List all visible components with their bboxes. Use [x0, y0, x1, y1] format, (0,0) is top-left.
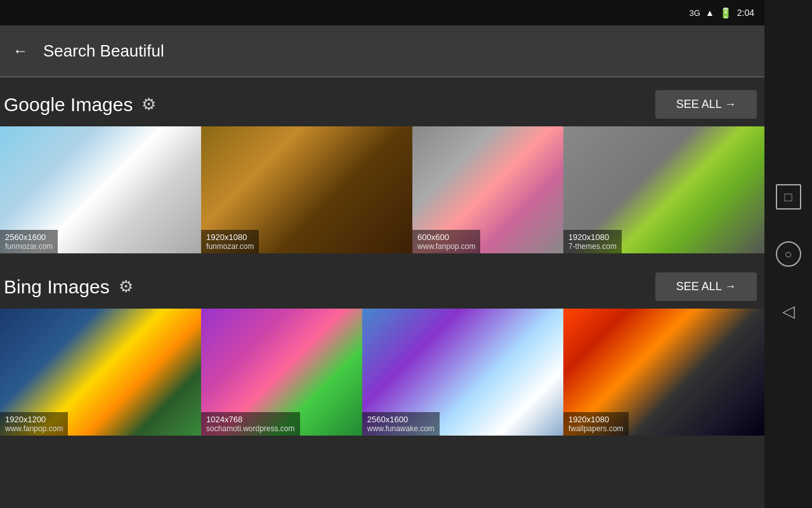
google-images-header: Google Images ⚙ SEE ALL → — [0, 84, 764, 126]
bing-image-sunset[interactable]: 1920x1080 fwallpapers.com — [563, 309, 764, 436]
back-nav-icon: ◁ — [782, 302, 795, 321]
flowers-size: 1024x768 — [206, 415, 294, 424]
doves-meta: 2560x1600 funmozar.com — [0, 230, 58, 253]
ocean-source: www.funawake.com — [367, 424, 435, 433]
main-content: Google Images ⚙ SEE ALL → 2560x1600 funm… — [0, 77, 764, 508]
bing-image-flowers[interactable]: 1024x768 sochamoti.wordpress.com — [201, 309, 362, 436]
doves-source: funmozar.com — [5, 242, 53, 251]
horse-source: funmozar.com — [206, 242, 254, 251]
sunset-size: 1920x1080 — [568, 415, 624, 424]
google-see-all-label: SEE ALL → — [676, 98, 736, 111]
bing-images-grid: 1920x1200 www.fanpop.com 1024x768 socham… — [0, 309, 764, 436]
status-bar: 3G ▲ 🔋 2:04 — [0, 0, 764, 25]
page-title: Search Beautiful — [43, 41, 164, 61]
lake-size: 1920x1200 — [5, 415, 63, 424]
ocean-meta: 2560x1600 www.funawake.com — [362, 412, 440, 436]
flowers-source: sochamoti.wordpress.com — [206, 424, 294, 433]
circle-icon: ○ — [784, 247, 792, 262]
rose-size: 600x600 — [417, 232, 475, 242]
google-images-title: Google Images — [4, 94, 133, 116]
flowers-meta: 1024x768 sochamoti.wordpress.com — [201, 412, 299, 436]
sunset-meta: 1920x1080 fwallpapers.com — [563, 412, 629, 436]
bing-images-title: Bing Images — [4, 276, 110, 298]
back-arrow-icon: ← — [13, 42, 28, 60]
signal-icon: 3G — [690, 8, 700, 18]
flower-meta: 1920x1080 7-themes.com — [563, 230, 622, 253]
rose-meta: 600x600 www.fanpop.com — [412, 230, 480, 253]
sunset-source: fwallpapers.com — [568, 424, 624, 433]
flower-size: 1920x1080 — [568, 232, 617, 242]
time-display: 2:04 — [737, 8, 754, 18]
bing-images-settings-icon[interactable]: ⚙ — [119, 277, 133, 297]
home-button[interactable]: ○ — [776, 241, 801, 267]
bing-images-title-row: Bing Images ⚙ — [4, 276, 133, 298]
google-image-doves[interactable]: 2560x1600 funmozar.com — [0, 126, 201, 253]
navigation-sidebar: □ ○ ◁ — [764, 0, 812, 508]
battery-icon: 🔋 — [719, 7, 732, 19]
bing-images-section: Bing Images ⚙ SEE ALL → 1920x1200 www.fa… — [0, 266, 764, 436]
google-images-settings-icon[interactable]: ⚙ — [141, 95, 156, 114]
lake-source: www.fanpop.com — [5, 424, 63, 433]
signal-bars: ▲ — [705, 8, 714, 18]
app-bar: ← Search Beautiful — [0, 25, 764, 76]
google-images-grid: 2560x1600 funmozar.com 1920x1080 funmoza… — [0, 126, 764, 253]
flower-source: 7-themes.com — [568, 242, 617, 251]
bing-images-see-all-button[interactable]: SEE ALL → — [655, 272, 757, 301]
back-nav-button[interactable]: ◁ — [776, 298, 801, 324]
bing-image-ocean[interactable]: 2560x1600 www.funawake.com — [362, 309, 563, 436]
bing-see-all-label: SEE ALL → — [676, 280, 736, 293]
recents-button[interactable]: □ — [776, 184, 801, 210]
horse-meta: 1920x1080 funmozar.com — [201, 230, 259, 253]
square-icon: □ — [784, 190, 792, 204]
bing-image-lake[interactable]: 1920x1200 www.fanpop.com — [0, 309, 201, 436]
bing-images-header: Bing Images ⚙ SEE ALL → — [0, 266, 764, 309]
google-image-rose[interactable]: 600x600 www.fanpop.com — [412, 126, 563, 253]
ocean-size: 2560x1600 — [367, 415, 435, 424]
google-images-see-all-button[interactable]: SEE ALL → — [655, 90, 757, 119]
google-images-section: Google Images ⚙ SEE ALL → 2560x1600 funm… — [0, 84, 764, 253]
rose-source: www.fanpop.com — [417, 242, 475, 251]
google-image-flower[interactable]: 1920x1080 7-themes.com — [563, 126, 764, 253]
google-images-title-row: Google Images ⚙ — [4, 94, 156, 116]
lake-meta: 1920x1200 www.fanpop.com — [0, 412, 68, 436]
back-button[interactable]: ← — [13, 42, 28, 60]
doves-size: 2560x1600 — [5, 232, 53, 242]
horse-size: 1920x1080 — [206, 232, 254, 242]
google-image-horse[interactable]: 1920x1080 funmozar.com — [201, 126, 412, 253]
